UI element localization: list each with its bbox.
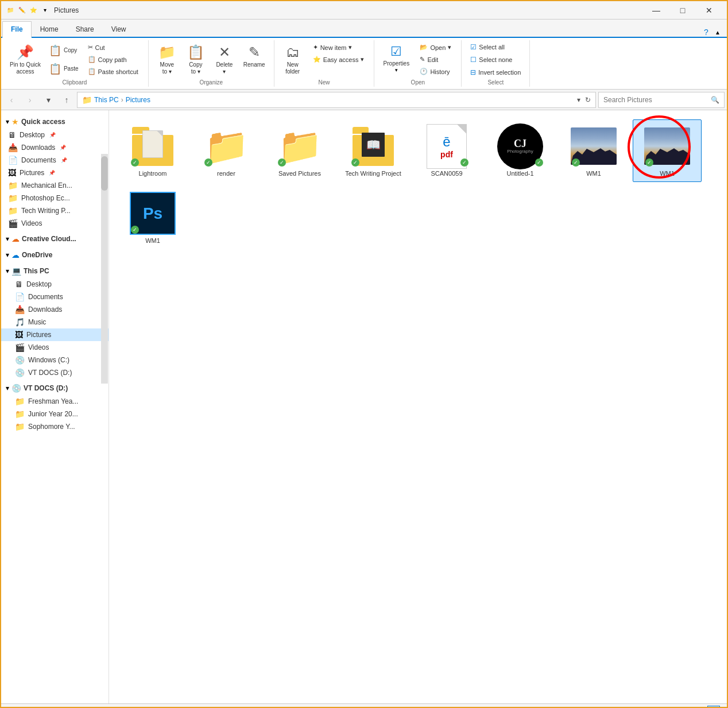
- list-view-button[interactable]: ≡: [694, 706, 706, 709]
- collapse-ribbon-icon[interactable]: ▲: [713, 28, 722, 37]
- freshman-label: Freshman Yea...: [28, 397, 78, 405]
- close-button[interactable]: ✕: [696, 1, 722, 20]
- paste-shortcut-button[interactable]: 📋 Paste shortcut: [83, 65, 144, 78]
- history-button[interactable]: 🕐 History: [415, 65, 456, 78]
- tab-home[interactable]: Home: [32, 21, 67, 37]
- path-dropdown-arrow[interactable]: ▾: [577, 96, 580, 104]
- open-button[interactable]: 📂 Open ▾: [415, 41, 456, 53]
- sidebar-item-documents-pc[interactable]: 📄 Documents: [1, 291, 109, 303]
- tab-file[interactable]: File: [2, 21, 32, 38]
- large-icon-view-button[interactable]: ⊞: [707, 706, 720, 709]
- file-item-untitled[interactable]: CJ Photography ✓ Untitled-1: [486, 119, 555, 182]
- help-icon[interactable]: ?: [702, 28, 711, 37]
- copy-to-button[interactable]: 📋 Copyto ▾: [182, 41, 210, 78]
- search-box[interactable]: 🔍: [598, 92, 725, 108]
- new-item-button[interactable]: ✦ New item ▾: [308, 41, 370, 53]
- path-segment-2[interactable]: Pictures: [126, 96, 150, 104]
- quick-access-header[interactable]: ▾ ★ Quick access: [1, 115, 109, 129]
- edge-e-icon: ē: [443, 134, 450, 150]
- sidebar-item-downloads-pc[interactable]: 📥 Downloads: [1, 303, 109, 316]
- lightroom-label: Lightroom: [139, 170, 167, 177]
- sidebar-item-freshman[interactable]: 📁 Freshman Yea...: [1, 395, 109, 408]
- sidebar-item-downloads-qa[interactable]: 📥 Downloads 📌: [1, 141, 109, 154]
- vtdocs-header[interactable]: ▾ 💿 VT DOCS (D:): [1, 381, 109, 395]
- sidebar-item-photoshop-ec[interactable]: 📁 Photoshop Ec...: [1, 192, 109, 204]
- pin-icon-tb[interactable]: ⭐: [29, 6, 38, 15]
- move-to-button[interactable]: 📁 Moveto ▾: [153, 41, 181, 78]
- file-item-wm1-1[interactable]: ✓ WM1: [559, 119, 628, 182]
- select-options: ☑ Select all ☐ Select none ⊟ Invert sele…: [466, 41, 525, 78]
- path-segment-1[interactable]: This PC: [94, 96, 119, 104]
- onedrive-header[interactable]: ▾ ☁ OneDrive: [1, 248, 109, 262]
- sidebar-item-pictures-qa[interactable]: 🖼 Pictures 📌: [1, 167, 109, 179]
- sidebar-item-tech-writing[interactable]: 📁 Tech Writing P...: [1, 204, 109, 217]
- select-all-button[interactable]: ☑ Select all: [466, 41, 525, 53]
- this-pc-header[interactable]: ▾ 💻 This PC: [1, 264, 109, 278]
- creative-cloud-header[interactable]: ▾ ☁ Creative Cloud...: [1, 232, 109, 246]
- minimize-button[interactable]: —: [643, 1, 669, 20]
- path-refresh-icon[interactable]: ↻: [585, 96, 591, 104]
- sidebar-item-desktop-pc[interactable]: 🖥 Desktop: [1, 278, 109, 291]
- easy-access-button[interactable]: ⭐ Easy access ▾: [308, 53, 370, 65]
- select-none-button[interactable]: ☐ Select none: [466, 54, 525, 65]
- edit-button[interactable]: ✎ Edit: [415, 53, 456, 65]
- select-none-icon: ☐: [470, 56, 477, 64]
- address-path[interactable]: 📁 This PC › Pictures ▾ ↻: [77, 92, 596, 108]
- dropdown-icon-tb[interactable]: ▾: [40, 6, 49, 15]
- select-all-label: Select all: [479, 44, 505, 51]
- open-col: 📂 Open ▾ ✎ Edit 🕐 History: [415, 41, 456, 78]
- rename-icon: ✎: [249, 44, 260, 60]
- folder-icon-tb[interactable]: 📁: [6, 6, 15, 15]
- file-item-wm1-selected[interactable]: ✓ WM1: [633, 119, 702, 182]
- desktop-label-qa: Desktop: [20, 131, 45, 139]
- sidebar-item-videos-qa[interactable]: 🎬 Videos: [1, 217, 109, 230]
- saved-pictures-folder-icon: 📁 ✓: [277, 125, 323, 168]
- tab-share[interactable]: Share: [67, 21, 103, 37]
- forward-button[interactable]: ›: [22, 92, 38, 108]
- tech-writing-folder-icon: 📖 ✓: [350, 125, 396, 168]
- file-item-wm1-ps[interactable]: Ps ✓ WM1: [118, 187, 187, 249]
- file-item-render[interactable]: 📁 ✓ render: [192, 119, 261, 182]
- up-button[interactable]: ↑: [59, 92, 75, 108]
- sync-badge-lightroom: ✓: [131, 158, 139, 167]
- file-item-saved-pictures[interactable]: 📁 ✓ Saved Pictures: [265, 119, 334, 182]
- file-item-tech-writing[interactable]: 📖 ✓ Tech Writing Project: [339, 119, 408, 182]
- invert-selection-button[interactable]: ⊟ Invert selection: [466, 67, 525, 78]
- back-button[interactable]: ‹: [3, 92, 20, 108]
- pin-icon: 📌: [17, 44, 34, 60]
- file-item-scan0059[interactable]: ē pdf ✓ SCAN0059: [412, 119, 481, 182]
- new-folder-button[interactable]: 🗂 Newfolder: [279, 41, 307, 78]
- scan0059-label: SCAN0059: [431, 170, 462, 177]
- pin-to-quick-access-button[interactable]: 📌 Pin to Quick access: [6, 41, 45, 78]
- sidebar-item-windows-c[interactable]: 💿 Windows (C:): [1, 354, 109, 366]
- delete-button[interactable]: ✕ Delete▾: [211, 41, 238, 78]
- maximize-button[interactable]: □: [669, 1, 696, 20]
- recent-button[interactable]: ▾: [40, 92, 56, 108]
- properties-button[interactable]: ☑ Properties ▾: [379, 41, 413, 76]
- paste-icon: 📋: [49, 63, 61, 75]
- sidebar-item-videos-pc[interactable]: 🎬 Videos: [1, 341, 109, 354]
- invert-icon: ⊟: [470, 68, 476, 76]
- sync-badge-scan: ✓: [460, 158, 468, 167]
- rename-button[interactable]: ✎ Rename: [239, 41, 269, 71]
- sidebar-item-desktop-qa[interactable]: 🖥 Desktop 📌: [1, 129, 109, 141]
- sidebar-item-music-pc[interactable]: 🎵 Music: [1, 316, 109, 328]
- sidebar-item-pictures-pc[interactable]: 🖼 Pictures: [1, 328, 109, 341]
- tab-view[interactable]: View: [103, 21, 135, 37]
- file-item-lightroom[interactable]: ✓ Lightroom: [118, 119, 187, 182]
- copy-path-label: Copy path: [98, 56, 127, 63]
- sidebar-item-sophomore[interactable]: 📁 Sophomore Y...: [1, 420, 109, 433]
- cut-button[interactable]: ✂ Cut: [83, 41, 144, 53]
- undo-icon[interactable]: ✏️: [17, 6, 26, 15]
- downloads-label-qa: Downloads: [21, 144, 55, 152]
- videos-label-qa: Videos: [21, 219, 42, 227]
- copy-button[interactable]: 📋 Copy: [46, 41, 82, 60]
- sidebar-item-vtdocs-d[interactable]: 💿 VT DOCS (D:): [1, 366, 109, 379]
- sidebar-item-junior[interactable]: 📁 Junior Year 20...: [1, 408, 109, 420]
- paste-button[interactable]: 📋 Paste: [46, 60, 82, 78]
- sidebar-item-mech-eng[interactable]: 📁 Mechanical En...: [1, 179, 109, 192]
- sidebar-item-documents-qa[interactable]: 📄 Documents 📌: [1, 154, 109, 167]
- search-input[interactable]: [603, 96, 708, 104]
- view-toggle-buttons: ≡ ⊞: [694, 706, 720, 709]
- copy-path-button[interactable]: 📋 Copy path: [83, 53, 144, 65]
